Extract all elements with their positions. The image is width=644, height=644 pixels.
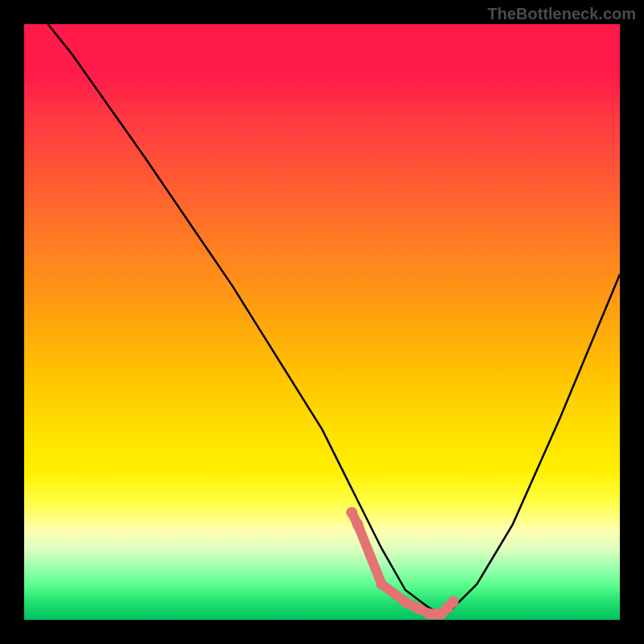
highlight-dot [448, 597, 459, 608]
plot-area [24, 24, 620, 620]
bottleneck-curve [48, 24, 620, 614]
chart-svg [24, 24, 620, 620]
highlight-dot [376, 579, 387, 590]
highlight-dot [411, 602, 423, 613]
highlight-dot [346, 507, 357, 518]
highlight-dot [400, 597, 411, 608]
highlight-dot [352, 519, 363, 530]
watermark-text: TheBottleneck.com [488, 5, 636, 23]
optimal-range-markers [346, 507, 459, 620]
